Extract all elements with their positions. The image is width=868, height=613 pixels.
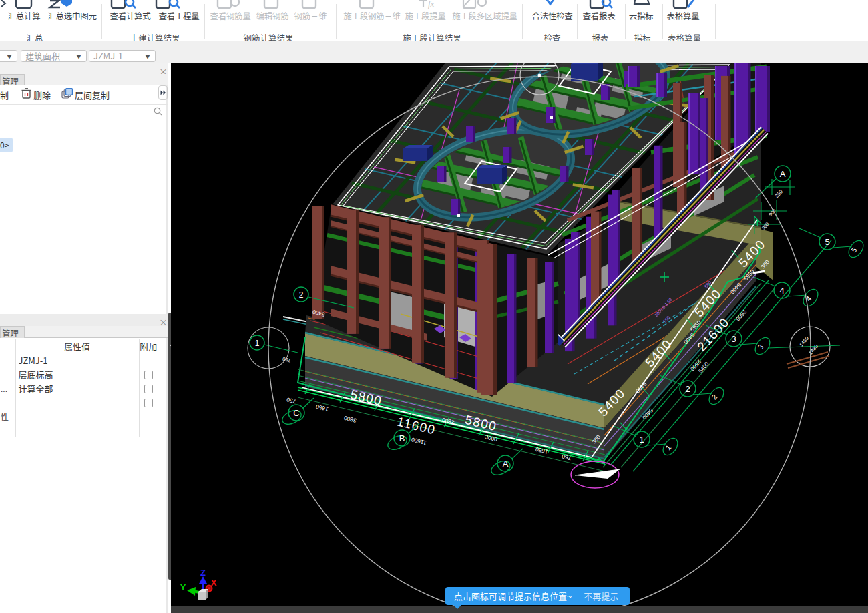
svg-text:A: A [780,169,786,179]
svg-text:2: 2 [685,384,690,394]
svg-text:B: B [399,433,405,443]
svg-text:3: 3 [731,334,736,344]
svg-text:5: 5 [825,237,829,247]
svg-text:A: A [503,459,509,469]
svg-text:fx: fx [428,0,435,9]
svg-text:1: 1 [255,339,260,348]
svg-text:Z: Z [200,568,206,578]
svg-text:C: C [293,408,299,418]
svg-text:X: X [211,578,217,588]
svg-text:1: 1 [639,435,644,445]
svg-text:2: 2 [299,290,304,300]
svg-text:4: 4 [779,286,784,296]
svg-text:Y: Y [180,582,186,592]
